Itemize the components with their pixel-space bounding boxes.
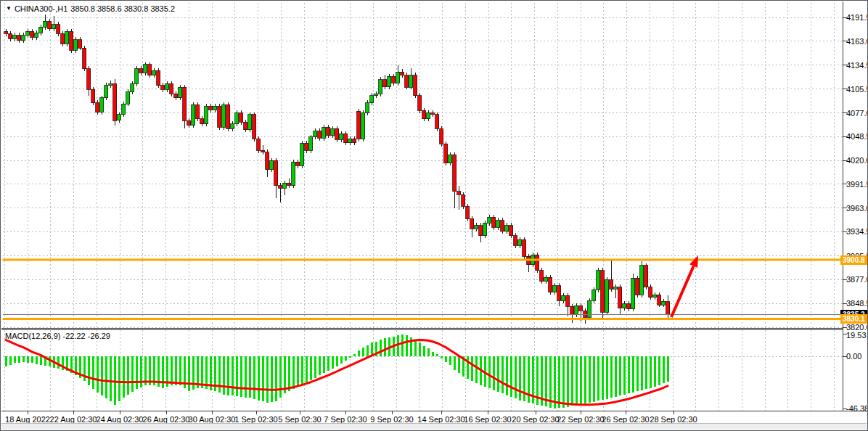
trend-arrow[interactable]	[671, 255, 698, 317]
price-axis-label: 4048.5	[846, 132, 868, 141]
price-axis-label: 4163.0	[846, 37, 868, 46]
chart-window: ▼ CHINA300-,H1 3850.8 3858.6 3830.8 3835…	[0, 0, 868, 431]
symbol-dropdown-icon[interactable]: ▼	[6, 5, 12, 12]
support-price-tag: 3830.1	[840, 314, 868, 324]
indicator-name: MACD(12,26,9)	[5, 332, 60, 340]
price-axis-label: 3991.5	[846, 180, 868, 189]
grid-group	[3, 3, 843, 411]
indicator-label: MACD(12,26,9) -22.22 -26.29	[5, 332, 110, 340]
resistance-price-tag: 3900.8	[840, 255, 868, 265]
macd-axis-label: 19.53	[846, 331, 867, 340]
price-axis-label: 4134.5	[846, 61, 868, 70]
price-axis-label: 3848.5	[846, 299, 868, 308]
candles-group	[4, 15, 670, 324]
symbol-label: ▼ CHINA300-,H1 3850.8 3858.6 3830.8 3835…	[6, 4, 175, 13]
bottom-strip	[1, 423, 867, 430]
price-axis-label: 3963.0	[846, 204, 868, 213]
price-axis-label: 4191.5	[846, 13, 868, 22]
indicator-values: -22.22 -26.29	[62, 332, 110, 340]
symbol-name: CHINA300-,H1	[15, 4, 67, 13]
symbol-ohlc: 3850.8 3858.6 3830.8 3835.2	[70, 4, 175, 13]
price-axis-label: 4105.5	[846, 85, 868, 94]
price-axis-label: 3934.5	[846, 227, 868, 236]
macd-axis-label: -46.38	[846, 404, 868, 413]
chart-canvas[interactable]	[1, 1, 868, 431]
price-axis-label: 4077.0	[846, 109, 868, 118]
macd-axis-label: 0.00	[846, 352, 861, 361]
price-axis-label: 4020.0	[846, 156, 868, 165]
price-axis-label: 3877.0	[846, 275, 868, 284]
